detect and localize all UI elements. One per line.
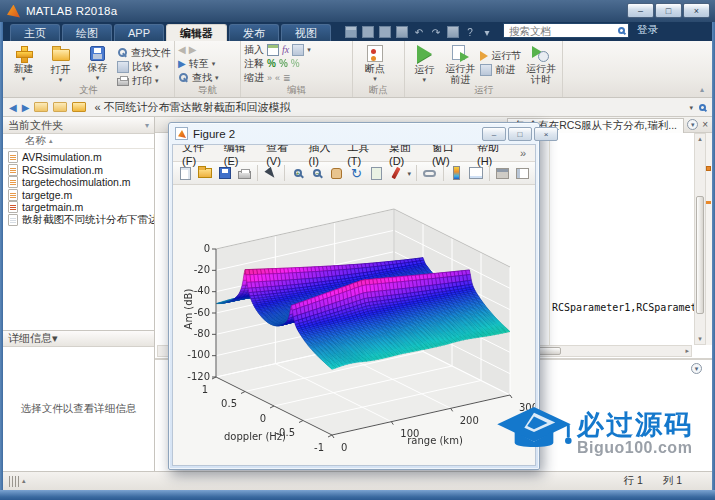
code-fragment[interactable]: RCSparameter1,RCSparameter2) [552, 302, 712, 313]
insert-row[interactable]: 插入 fx ▾ [244, 43, 349, 56]
forward-icon[interactable]: ▶ [22, 102, 30, 113]
search-icon[interactable] [618, 27, 625, 34]
new-button[interactable]: 新建 ▾ [6, 43, 41, 85]
maximize-button[interactable]: □ [655, 3, 682, 18]
run-time-button[interactable]: 运行并计时 [523, 43, 559, 85]
brush-caret-icon[interactable]: ▾ [407, 170, 411, 177]
rotate-3d-icon[interactable]: ↻ [349, 165, 365, 181]
warning-summary-icon[interactable] [706, 166, 711, 171]
nav-forward-icon[interactable]: ▶ [189, 44, 197, 55]
scroll-right-icon[interactable]: ▸ [685, 347, 689, 355]
copy-icon[interactable] [379, 26, 391, 38]
scroll-down-icon[interactable]: ▾ [698, 335, 702, 343]
tab-home[interactable]: 主页 [10, 24, 60, 41]
back-icon[interactable]: ◀ [9, 102, 17, 113]
file-item[interactable]: targetechosimulation.m [3, 176, 154, 189]
run-advance-button[interactable]: 运行并前进 [442, 43, 478, 85]
help-icon[interactable]: ? [464, 26, 476, 38]
find-files-button[interactable]: 查找文件 [117, 46, 171, 59]
brush-tool-icon[interactable] [388, 165, 404, 181]
figure-minimize-button[interactable]: – [482, 127, 506, 141]
pan-tool-icon[interactable] [329, 165, 345, 181]
scroll-up-icon[interactable]: ▴ [698, 135, 702, 143]
doc-search-box[interactable] [503, 23, 629, 38]
indent-right-icon[interactable]: » [267, 73, 272, 83]
file-item[interactable]: RCSsimulation.m [3, 164, 154, 177]
menu-overflow-icon[interactable]: » [515, 147, 531, 159]
redo-icon[interactable]: ↷ [430, 26, 442, 38]
find-button[interactable]: 查找 ▾ [178, 71, 237, 84]
editor-vertical-scrollbar[interactable]: ▴ ▾ [694, 133, 706, 345]
insert-function-icon[interactable]: fx [282, 44, 289, 55]
panel-menu-icon[interactable]: ▾ [145, 121, 149, 130]
menu-view[interactable]: 查看(V) [261, 144, 303, 167]
menu-window[interactable]: 窗口(W) [427, 144, 472, 167]
up-folder-icon[interactable] [34, 102, 48, 112]
open-button[interactable]: 打开 ▾ [43, 43, 78, 85]
link-plots-icon[interactable] [422, 165, 438, 181]
insert-colorbar-icon[interactable] [449, 165, 465, 181]
current-folder-header[interactable]: 当前文件夹 ▾ [3, 117, 154, 134]
pointer-tool-icon[interactable] [263, 165, 279, 181]
menu-insert[interactable]: 插入(I) [304, 144, 343, 167]
menu-help[interactable]: 帮助(H) [472, 144, 515, 167]
menu-tools[interactable]: 工具(T) [342, 144, 384, 167]
close-document-icon[interactable]: × [702, 119, 708, 130]
undo-icon[interactable]: ↶ [413, 26, 425, 38]
cut-icon[interactable] [362, 26, 374, 38]
tab-apps[interactable]: APP [114, 24, 164, 41]
switch-windows-icon[interactable] [447, 26, 459, 38]
show-plot-tools-icon[interactable] [514, 165, 530, 181]
figure-close-button[interactable]: × [534, 127, 558, 141]
breadcrumb[interactable]: « 不同统计分布雷达散射截面和回波模拟 [94, 100, 290, 115]
tab-publish[interactable]: 发布 [229, 24, 279, 41]
qat-caret-icon[interactable]: ▾ [481, 26, 493, 38]
tab-list-icon[interactable]: ▾ [687, 119, 698, 130]
save-button[interactable]: 保存 ▾ [80, 43, 115, 85]
indent-row[interactable]: 缩进 » « ≣ [244, 71, 349, 84]
tab-plots[interactable]: 绘图 [62, 24, 112, 41]
doc-search-input[interactable] [509, 25, 618, 37]
new-figure-icon[interactable] [178, 165, 194, 181]
scrollbar-thumb[interactable] [696, 196, 704, 314]
comment-icon[interactable]: % [267, 58, 276, 69]
uncomment-icon[interactable]: % [279, 58, 288, 69]
browse-folder-icon[interactable] [53, 102, 67, 112]
insert-image-icon[interactable] [292, 44, 304, 56]
data-cursor-icon[interactable] [368, 165, 384, 181]
warning-marker[interactable] [706, 201, 711, 204]
details-header[interactable]: 详细信息 ▾ [3, 330, 154, 347]
print-figure-icon[interactable] [237, 165, 253, 181]
figure-maximize-button[interactable]: □ [508, 127, 532, 141]
insert-legend-icon[interactable] [468, 165, 484, 181]
current-folder-icon[interactable] [72, 102, 86, 112]
details-menu-icon[interactable]: ▾ [52, 332, 58, 345]
goto-button[interactable]: ▶ 转至 ▾ [178, 57, 237, 70]
insert-section-icon[interactable] [267, 44, 279, 56]
indent-left-icon[interactable]: « [275, 73, 280, 83]
file-item[interactable]: targetge.m [3, 189, 154, 202]
minimize-button[interactable]: – [627, 3, 654, 18]
figure-window[interactable]: Figure 2 – □ × 文件(F) 编辑(E) 查看(V) 插入(I) 工… [168, 122, 540, 470]
folder-search-icon[interactable] [699, 104, 706, 111]
status-grip-icon[interactable] [9, 476, 20, 487]
signin-link[interactable]: 登录 [637, 23, 658, 37]
wrap-comment-icon[interactable]: % [291, 58, 300, 69]
hide-plot-tools-icon[interactable] [495, 165, 511, 181]
zoom-in-icon[interactable]: + [290, 165, 306, 181]
menu-file[interactable]: 文件(F) [177, 144, 219, 167]
open-file-icon[interactable] [198, 165, 214, 181]
smart-indent-icon[interactable]: ≣ [283, 73, 291, 83]
file-item[interactable]: targetmain.m [3, 201, 154, 214]
titlebar[interactable]: MATLAB R2018a – □ × [0, 0, 715, 22]
file-item[interactable]: AVRsimulation.m [3, 151, 154, 164]
status-caret-icon[interactable]: ▴ [22, 477, 26, 485]
breadcrumb-caret-icon[interactable]: ▾ [689, 104, 693, 111]
collapse-pane-icon[interactable]: ▾ [691, 363, 702, 374]
file-item[interactable]: 散射截图不同统计分布下雷达回波模 [3, 214, 154, 227]
collapse-ribbon-icon[interactable]: ▴ [700, 85, 704, 94]
quick-save-icon[interactable] [345, 26, 357, 38]
nav-back-icon[interactable]: ◀ [178, 44, 186, 55]
name-column-header[interactable]: 名称 ▴ [3, 134, 154, 149]
paste-icon[interactable] [396, 26, 408, 38]
